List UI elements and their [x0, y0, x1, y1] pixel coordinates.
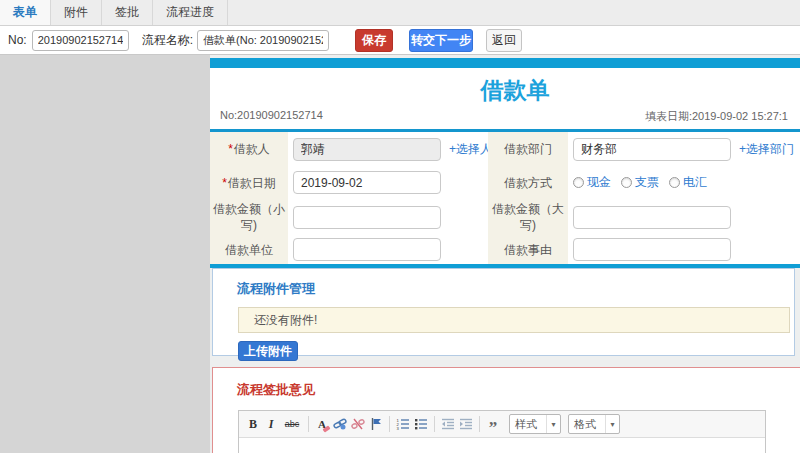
content-area: 借款单 No:20190902152714 填表日期:2019-09-02 15…: [0, 55, 800, 453]
loan-date-label: * 借款日期: [210, 166, 288, 199]
borrower-label: * 借款人: [210, 132, 288, 166]
no-attachment-message: 还没有附件!: [238, 307, 790, 333]
loan-unit-input[interactable]: [293, 238, 441, 261]
dept-field-cell: +选择部门: [568, 132, 800, 166]
no-label: No:: [8, 33, 27, 47]
editor-content-area[interactable]: [239, 438, 765, 453]
no-input[interactable]: [32, 30, 129, 51]
loan-unit-field-cell: [288, 235, 488, 264]
remove-format-icon[interactable]: A: [314, 415, 330, 433]
form-date-text: 填表日期:2019-09-02 15:27:1: [645, 109, 788, 124]
format-dropdown[interactable]: 格式: [568, 414, 620, 434]
loan-unit-label-text: 借款单位: [225, 242, 273, 258]
form-title: 借款单: [210, 75, 800, 105]
amount-big-label-text: 借款金额（大写): [491, 201, 565, 233]
form-meta-row: No:20190902152714 填表日期:2019-09-02 15:27:…: [220, 105, 800, 125]
amount-big-input[interactable]: [573, 206, 731, 229]
loan-reason-label: 借款事由: [488, 235, 568, 264]
approval-section: 流程签批意见 B I abc A 123: [212, 367, 800, 453]
process-name-input[interactable]: [197, 30, 329, 51]
action-toolbar: No: 流程名称: 保存 转交下一步 返回: [0, 26, 800, 55]
loan-unit-label: 借款单位: [210, 235, 288, 264]
tab-attachment[interactable]: 附件: [51, 0, 102, 25]
amount-small-field-cell: [288, 199, 488, 235]
attachment-heading: 流程附件管理: [237, 280, 794, 298]
dept-input[interactable]: [573, 138, 731, 161]
back-button[interactable]: 返回: [486, 29, 522, 52]
tab-sign[interactable]: 签批: [102, 0, 153, 25]
rich-text-editor: B I abc A 123: [238, 410, 766, 453]
radio-cash-label: 现金: [587, 174, 611, 191]
dept-label-text: 借款部门: [504, 141, 552, 157]
radio-icon[interactable]: [573, 177, 584, 188]
loan-date-field-cell: [288, 166, 488, 199]
process-name-label: 流程名称:: [142, 32, 193, 49]
outdent-icon[interactable]: [440, 415, 456, 433]
amount-small-input[interactable]: [293, 206, 441, 229]
radio-wire[interactable]: 电汇: [669, 174, 707, 191]
editor-toolbar: B I abc A 123: [239, 411, 765, 438]
radio-cash[interactable]: 现金: [573, 174, 611, 191]
amount-big-field-cell: [568, 199, 800, 235]
bold-icon[interactable]: B: [245, 415, 261, 433]
upload-attachment-button[interactable]: 上传附件: [238, 341, 298, 361]
amount-big-label: 借款金额（大写): [488, 199, 568, 235]
toolbar-separator: [434, 416, 435, 432]
loan-date-input[interactable]: [293, 171, 441, 194]
numbered-list-icon[interactable]: 123: [395, 415, 411, 433]
strikethrough-icon[interactable]: abc: [281, 415, 303, 433]
attachment-section: 流程附件管理 还没有附件! 上传附件: [212, 268, 795, 356]
select-dept-link[interactable]: +选择部门: [739, 141, 794, 158]
loan-method-label-text: 借款方式: [504, 175, 552, 191]
radio-cheque[interactable]: 支票: [621, 174, 659, 191]
loan-method-label: 借款方式: [488, 166, 568, 199]
loan-form-section: 借款单 No:20190902152714 填表日期:2019-09-02 15…: [210, 58, 800, 268]
loan-reason-field-cell: [568, 235, 800, 264]
tab-form[interactable]: 表单: [0, 0, 51, 25]
loan-date-label-text: 借款日期: [228, 175, 276, 191]
link-icon[interactable]: [332, 415, 348, 433]
radio-wire-label: 电汇: [683, 174, 707, 191]
bulleted-list-icon[interactable]: [413, 415, 429, 433]
radio-icon[interactable]: [621, 177, 632, 188]
form-no-text: No:20190902152714: [220, 109, 323, 121]
borrower-input[interactable]: [293, 138, 441, 161]
unlink-icon[interactable]: [350, 415, 366, 433]
chevron-down-icon: [546, 415, 560, 433]
save-button[interactable]: 保存: [355, 29, 393, 52]
amount-small-label-text: 借款金额（小写): [213, 201, 285, 233]
loan-reason-input[interactable]: [573, 238, 731, 261]
tab-bar: 表单 附件 签批 流程进度: [0, 0, 800, 26]
styles-dropdown-label: 样式: [510, 415, 546, 433]
toolbar-separator: [308, 416, 309, 432]
borrower-field-cell: +选择人员: [288, 132, 488, 166]
radio-icon[interactable]: [669, 177, 680, 188]
borrower-label-text: 借款人: [234, 141, 270, 157]
styles-dropdown[interactable]: 样式: [509, 414, 561, 434]
forward-next-step-button[interactable]: 转交下一步: [409, 29, 473, 52]
dept-label: 借款部门: [488, 132, 568, 166]
anchor-flag-icon[interactable]: [368, 415, 384, 433]
svg-text:3: 3: [397, 426, 400, 431]
approval-heading: 流程签批意见: [237, 381, 800, 399]
loan-method-radios: 现金 支票 电汇: [573, 174, 707, 191]
form-fields-grid: * 借款人 +选择人员 借款部门 +选择部门 * 借款日期: [210, 132, 800, 264]
chevron-down-icon: [605, 415, 619, 433]
toolbar-separator: [389, 416, 390, 432]
required-mark: *: [228, 141, 233, 157]
indent-icon[interactable]: [458, 415, 474, 433]
format-dropdown-label: 格式: [569, 415, 605, 433]
form-top-bar: [210, 58, 800, 68]
italic-icon[interactable]: I: [263, 415, 279, 433]
required-mark: *: [222, 175, 227, 191]
loan-method-field-cell: 现金 支票 电汇: [568, 166, 800, 199]
radio-cheque-label: 支票: [635, 174, 659, 191]
loan-reason-label-text: 借款事由: [504, 242, 552, 258]
amount-small-label: 借款金额（小写): [210, 199, 288, 235]
toolbar-separator: [479, 416, 480, 432]
tab-progress[interactable]: 流程进度: [153, 0, 228, 25]
blockquote-icon[interactable]: ”: [485, 415, 501, 433]
